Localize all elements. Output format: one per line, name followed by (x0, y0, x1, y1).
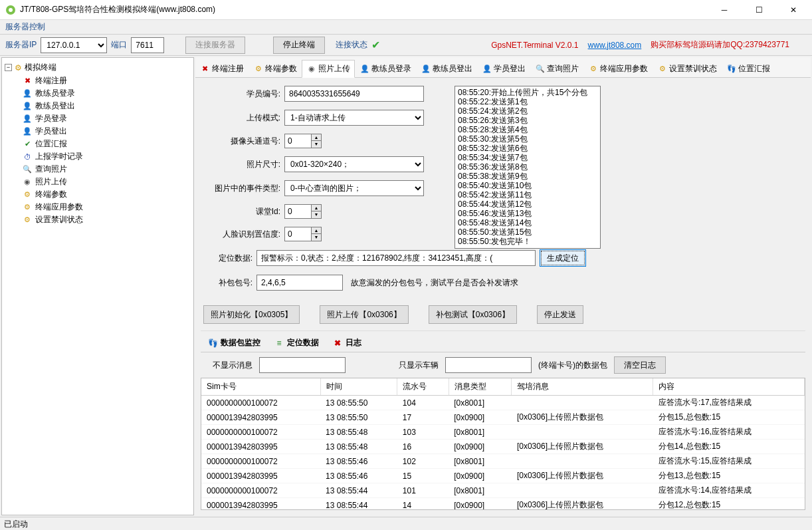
chevron-down-icon: ▼ (312, 234, 321, 241)
column-header[interactable]: 流水号 (397, 378, 449, 396)
bottom-tab[interactable]: ≡定位数据 (270, 335, 323, 350)
event-type-select[interactable]: 0-中心查询的图片； (284, 180, 424, 196)
tree-item-icon: 👤 (22, 101, 33, 112)
close-button[interactable]: ✕ (780, 1, 807, 19)
tree-item[interactable]: ✔位置汇报 (22, 138, 191, 150)
bottom-tab[interactable]: ✖日志 (328, 335, 365, 350)
tree-item[interactable]: ◉照片上传 (22, 176, 191, 188)
tree-item[interactable]: 👤教练员登录 (22, 87, 191, 100)
table-row[interactable]: 000000000010007213 08:55:48103[0x8001]应答… (201, 425, 805, 440)
tab-icon: 👤 (421, 64, 431, 74)
table-cell: 13 08:55:44 (320, 498, 397, 511)
tab[interactable]: 👤学员登出 (477, 60, 530, 77)
minimize-button[interactable]: ─ (711, 1, 738, 19)
tree-item-label: 学员登录 (35, 113, 67, 124)
face-conf-label: 人脸识别置信度: (201, 229, 280, 240)
table-row[interactable]: 000000000010007213 08:55:46102[0x8001]应答… (201, 454, 805, 469)
position-data-input[interactable] (256, 250, 536, 266)
column-header[interactable]: 内容 (653, 378, 805, 396)
tab[interactable]: ⚙终端应用参数 (583, 60, 653, 77)
tab[interactable]: 👤教练员登录 (355, 60, 416, 77)
table-row[interactable]: 000001394280399513 08:55:4414[0x0900][0x… (201, 498, 805, 511)
table-row[interactable]: 000000000010007213 08:55:50104[0x8001]应答… (201, 396, 805, 410)
tab[interactable]: ⚙终端参数 (249, 60, 302, 77)
statusbar: 已启动 (0, 517, 812, 530)
chevron-down-icon: ▼ (312, 211, 321, 218)
face-conf-stepper[interactable]: ▲▼ (284, 227, 322, 241)
bottom-tab[interactable]: 👣数据包监控 (203, 335, 264, 350)
port-input[interactable] (131, 37, 164, 53)
stop-terminal-button[interactable]: 停止终端 (273, 37, 325, 54)
tab[interactable]: 👤教练员登出 (416, 60, 477, 77)
clear-log-button[interactable]: 清空日志 (614, 356, 666, 374)
table-cell: [0x0900] (449, 498, 512, 511)
student-no-input[interactable] (284, 86, 424, 102)
server-ip-combo[interactable]: 127.0.0.1 (41, 37, 107, 53)
tree-item-icon: ⚙ (22, 190, 33, 200)
tree-item-label: 查询照片 (35, 164, 67, 175)
resend-test-button[interactable]: 补包测试【0x0306】 (429, 305, 517, 324)
table-cell: 13 08:55:50 (320, 410, 397, 425)
upload-mode-select[interactable]: 1-自动请求上传 (284, 110, 424, 126)
brand-link[interactable]: www.jt808.com (588, 41, 642, 50)
tree-item-label: 教练员登出 (35, 100, 75, 112)
stop-send-button[interactable]: 停止发送 (537, 305, 583, 324)
menu-server-control[interactable]: 服务器控制 (5, 22, 45, 31)
tree-item[interactable]: 👤学员登录 (22, 112, 191, 125)
tab[interactable]: ✖终端注册 (195, 60, 249, 77)
upload-log[interactable]: 08:55:20:开始上传照片，共15个分包08:55:22:发送第1包08:5… (455, 86, 601, 249)
packet-grid[interactable]: Sim卡号时间流水号消息类型驾培消息内容 000000000010007213 … (201, 378, 805, 510)
tree-item-icon: 👤 (22, 88, 33, 99)
promo-text: 购买部标驾培源码请加QQ:2379423771 (651, 39, 789, 51)
camera-channel-stepper[interactable]: ▲▼ (284, 134, 322, 148)
tree-item[interactable]: 🔍查询照片 (22, 163, 191, 176)
generate-position-button[interactable]: 生成定位 (540, 249, 586, 267)
filter-hide-input[interactable] (259, 357, 346, 373)
tab-label: 设置禁训状态 (669, 63, 717, 74)
resend-input[interactable] (256, 275, 343, 291)
tree-item[interactable]: ⏱上报学时记录 (22, 150, 191, 163)
sidebar: − ⚙ 模拟终端 ✖终端注册👤教练员登录👤教练员登出👤学员登录👤学员登出✔位置汇… (1, 57, 194, 515)
table-row[interactable]: 000001394280399513 08:55:4816[0x0900][0x… (201, 440, 805, 454)
table-cell: 0000000000100072 (201, 454, 320, 469)
connect-button[interactable]: 连接服务器 (185, 37, 245, 54)
table-cell: [0x0306]上传照片数据包 (512, 469, 653, 483)
photo-size-label: 照片尺寸: (201, 159, 280, 170)
tree-item[interactable]: 👤学员登出 (22, 125, 191, 138)
tab[interactable]: ◉照片上传 (302, 60, 355, 78)
tree-root[interactable]: − ⚙ 模拟终端 (5, 62, 191, 73)
log-line: 08:55:44:发送第12包 (458, 199, 597, 209)
tree-expander-icon[interactable]: − (5, 64, 12, 71)
log-line: 08:55:26:发送第3包 (458, 116, 597, 125)
conn-status-label: 连接状态 (336, 39, 367, 51)
photo-size-select[interactable]: 0x01-320×240； (284, 156, 424, 172)
tab[interactable]: 🔍查询照片 (530, 60, 583, 77)
tree-item[interactable]: ⚙终端应用参数 (22, 201, 191, 213)
table-row[interactable]: 000001394280399513 08:55:5017[0x0900][0x… (201, 410, 805, 425)
tree-item[interactable]: 👤教练员登出 (22, 100, 191, 112)
tab[interactable]: ⚙设置禁训状态 (653, 60, 722, 77)
log-line: 08:55:46:发送第13包 (458, 209, 597, 218)
table-row[interactable]: 000001394280399513 08:55:4615[0x0900][0x… (201, 469, 805, 483)
log-line: 08:55:36:发送第8包 (458, 162, 597, 172)
maximize-button[interactable]: ☐ (746, 1, 772, 19)
table-row[interactable]: 000000000010007213 08:55:44101[0x8001]应答… (201, 483, 805, 498)
column-header[interactable]: 时间 (320, 378, 397, 396)
photo-init-button[interactable]: 照片初始化【0x0305】 (203, 305, 300, 324)
column-header[interactable]: 驾培消息 (512, 378, 653, 396)
lesson-id-stepper[interactable]: ▲▼ (284, 204, 322, 219)
tree-item[interactable]: ✖终端注册 (22, 74, 191, 87)
bottom-tab-strip: 👣数据包监控≡定位数据✖日志 (201, 334, 805, 352)
tab-icon: ⚙ (657, 64, 667, 74)
table-cell: 0000000000100072 (201, 425, 320, 440)
table-cell: [0x0900] (449, 469, 512, 483)
photo-upload-button[interactable]: 照片上传【0x0306】 (320, 305, 408, 324)
tab-icon: 🔍 (535, 64, 545, 74)
column-header[interactable]: 消息类型 (449, 378, 512, 396)
tree-item[interactable]: ⚙终端参数 (22, 188, 191, 201)
tab[interactable]: 👣位置汇报 (722, 60, 775, 77)
column-header[interactable]: Sim卡号 (201, 378, 320, 396)
tree-item-label: 设置禁训状态 (35, 214, 83, 225)
filter-vehicle-input[interactable] (445, 357, 532, 373)
tree-item[interactable]: ⚙设置禁训状态 (22, 213, 191, 226)
